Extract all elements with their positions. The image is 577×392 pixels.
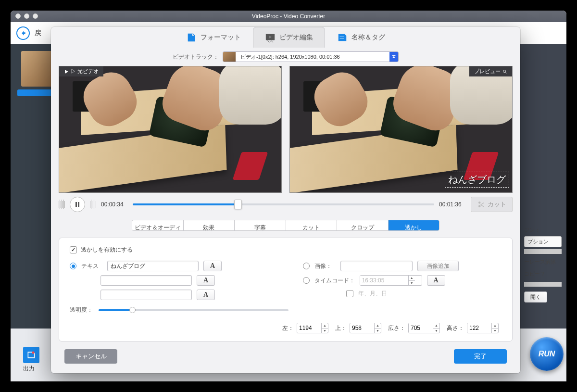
pause-button[interactable] <box>70 197 85 212</box>
opacity-knob[interactable] <box>129 307 136 313</box>
video-edit-icon <box>265 32 276 43</box>
add-image-button[interactable]: 画像追加 <box>417 261 459 271</box>
cancel-button[interactable]: キャンセル <box>64 349 117 364</box>
titlebar: VideoProc - Video Converter <box>11 11 566 22</box>
source-preview: ▷ 元ビデオ <box>59 66 282 193</box>
open-button[interactable]: 開く <box>524 291 547 303</box>
track-thumb <box>223 52 236 62</box>
subtab-watermark[interactable]: 透かし <box>389 220 439 230</box>
dest-preview: ねんざブログ プレビュー <box>289 66 513 193</box>
radio-image[interactable] <box>303 263 310 269</box>
max-dot[interactable] <box>33 13 38 19</box>
height-stepper[interactable]: ▲▼ <box>467 323 499 333</box>
svg-point-3 <box>503 70 506 72</box>
watermark-text-input[interactable] <box>107 261 199 271</box>
player-controls: 00:00:34 00:01:36 カット <box>51 193 520 214</box>
left-stepper[interactable]: ▲▼ <box>297 323 328 333</box>
font-button-1[interactable]: A <box>203 261 222 271</box>
subtab-effect[interactable]: 効果 <box>184 220 235 230</box>
close-dot[interactable] <box>15 13 21 19</box>
opacity-slider[interactable] <box>99 309 288 311</box>
enable-watermark-label: 透かしを有効にする <box>81 246 133 254</box>
output-icon[interactable] <box>23 347 39 363</box>
frame-grip-left[interactable] <box>59 200 65 209</box>
ok-button[interactable]: 完了 <box>454 349 507 364</box>
dialog-tabs: フォーマット ビデオ編集 名称＆タグ <box>51 27 520 48</box>
subtabs: ビデオ＆オーディオ 効果 字幕 カット クロップ 透かし <box>132 220 439 231</box>
track-dropdown-icon <box>389 52 398 62</box>
window-title: VideoProc - Video Converter <box>252 13 325 20</box>
name-tag-icon <box>337 32 348 43</box>
font-button-3[interactable]: A <box>197 290 215 300</box>
enable-watermark-check[interactable] <box>70 246 77 253</box>
tab-format[interactable]: フォーマット <box>174 27 253 48</box>
tab-name-tag[interactable]: 名称＆タグ <box>325 27 397 48</box>
watermark-text-input-2[interactable] <box>100 275 192 286</box>
svg-point-1 <box>192 38 195 41</box>
subtab-crop[interactable]: クロップ <box>337 220 389 230</box>
subtab-cut[interactable]: カット <box>286 220 338 230</box>
cut-button[interactable]: カット <box>471 197 513 212</box>
watermark-image-path[interactable] <box>340 261 413 271</box>
source-label: ▷ 元ビデオ <box>59 66 103 76</box>
subtab-subtitle[interactable]: 字幕 <box>235 220 286 230</box>
time-current: 00:00:34 <box>101 201 128 208</box>
track-label: ビデオトラック： <box>173 53 219 61</box>
tab-video-edit[interactable]: ビデオ編集 <box>253 27 325 48</box>
watermark-panel: 透かしを有効にする テキス A A A 透明度： <box>59 238 513 341</box>
back-button[interactable] <box>16 26 30 40</box>
date-check[interactable] <box>346 290 353 297</box>
svg-rect-4 <box>75 202 77 207</box>
radio-timecode[interactable] <box>303 277 310 284</box>
min-dot[interactable] <box>24 13 29 19</box>
dialog-footer: キャンセル 完了 <box>51 341 520 373</box>
font-button-tc[interactable]: A <box>427 275 445 286</box>
radio-text[interactable] <box>70 263 76 269</box>
preview-area: ▷ 元ビデオ ねんざブログ プレビュー <box>51 66 520 193</box>
side-options: ジン： プション ーレース解除 コピー ? 開く <box>519 224 566 303</box>
time-total: 00:01:36 <box>439 201 466 208</box>
track-value: ビデオ-1[0x2]: h264, 1920x1080, 00:01:36 <box>236 53 389 61</box>
window-controls[interactable] <box>15 13 38 19</box>
track-select[interactable]: ビデオ-1[0x2]: h264, 1920x1080, 00:01:36 <box>223 51 399 62</box>
video-track-row: ビデオトラック： ビデオ-1[0x2]: h264, 1920x1080, 00… <box>51 48 520 66</box>
subtab-va[interactable]: ビデオ＆オーディオ <box>132 220 184 230</box>
frame-grip-right[interactable] <box>90 200 96 209</box>
edit-dialog: フォーマット ビデオ編集 名称＆タグ ビデオトラック： ビデオ-1[0x2]: … <box>51 27 520 373</box>
top-stepper[interactable]: ▲▼ <box>350 323 381 333</box>
output-label: 出力 <box>23 365 35 373</box>
svg-point-0 <box>32 352 35 354</box>
run-button[interactable]: RUN <box>530 337 564 371</box>
timecode-stepper[interactable]: ▲▼ <box>360 275 422 286</box>
font-button-2[interactable]: A <box>197 275 215 286</box>
back-label: 戻 <box>35 29 41 38</box>
seek-bar[interactable] <box>133 203 434 205</box>
watermark-text-input-3[interactable] <box>100 290 192 300</box>
format-icon <box>186 32 197 43</box>
svg-rect-5 <box>78 202 79 207</box>
watermark-overlay[interactable]: ねんざブログ <box>445 172 509 188</box>
seek-knob[interactable] <box>234 200 242 209</box>
position-row: 左： ▲▼ 上： ▲▼ 広さ： ▲▼ 高さ： ▲▼ <box>70 323 502 333</box>
width-stepper[interactable]: ▲▼ <box>408 323 440 333</box>
dest-label: プレビュー <box>469 66 512 76</box>
